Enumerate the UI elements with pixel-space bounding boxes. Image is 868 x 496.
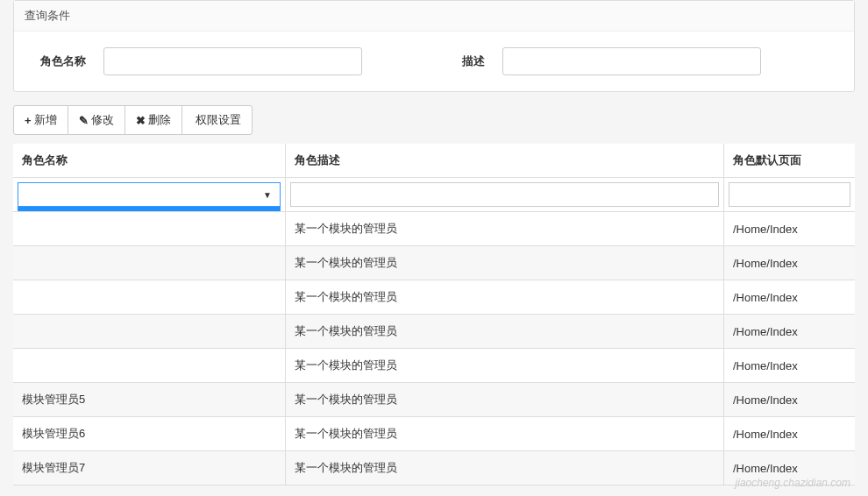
cell-role-name [13,280,285,315]
cell-default-page: /Home/Index [723,212,855,246]
watermark-text: jiaocheng.chazidian.com [736,477,850,485]
cell-role-desc: 某一个模块的管理员 [285,246,723,280]
table-row[interactable]: 模块管理员5某一个模块的管理员/Home/Index [13,383,855,417]
cell-default-page: /Home/Index [723,417,855,451]
table-row[interactable]: 某一个模块的管理员/Home/Index [13,315,855,349]
cell-default-page: /Home/Index [723,349,855,383]
cell-role-name [13,315,285,349]
table-row[interactable]: 模块管理员7某一个模块的管理员/Home/Index [13,451,855,485]
plus-icon: + [25,114,32,127]
cell-role-name: 模块管理员7 [13,451,285,485]
cell-role-name: 模块管理员5 [13,383,285,417]
table-row[interactable]: 某一个模块的管理员/Home/Index [13,212,855,246]
dropdown-item-blank[interactable] [18,207,280,212]
header-role-desc[interactable]: 角色描述 [285,144,723,178]
table-row[interactable]: 某一个模块的管理员/Home/Index [13,246,855,280]
cell-role-desc: 某一个模块的管理员 [285,349,723,383]
delete-button[interactable]: ✖ 删除 [125,105,182,135]
header-default-page[interactable]: 角色默认页面 [723,144,855,178]
query-panel-title: 查询条件 [14,1,854,32]
filter-name-dropdown[interactable]: ▼ 模块管理员0 模块管理员1 模块管理员2 模块管理员3 模块管理员4 模块管… [18,182,281,207]
desc-label: 描述 [450,53,485,69]
times-icon: ✖ [136,114,146,127]
cell-default-page: /Home/Index [723,280,855,315]
filter-name-select[interactable] [18,182,281,207]
role-name-input[interactable] [103,47,362,75]
table-row[interactable]: 某一个模块的管理员/Home/Index [13,280,855,315]
table-row[interactable]: 某一个模块的管理员/Home/Index [13,349,855,383]
cell-role-name: 模块管理员6 [13,417,285,451]
cell-role-desc: 某一个模块的管理员 [285,315,723,349]
cell-role-desc: 某一个模块的管理员 [285,212,723,246]
query-panel-body: 角色名称 描述 [14,32,854,91]
filter-page-input[interactable] [729,182,850,207]
cell-default-page: /Home/Index [723,383,855,417]
data-table-container: 角色名称 角色描述 角色默认页面 ▼ 模块管理员0 模块管理员1 模块管理员2 [13,144,855,485]
header-role-name[interactable]: 角色名称 [13,144,285,178]
data-table: 角色名称 角色描述 角色默认页面 ▼ 模块管理员0 模块管理员1 模块管理员2 [13,144,855,485]
toolbar: + 新增 ✎ 修改 ✖ 删除 权限设置 [13,105,868,135]
edit-button[interactable]: ✎ 修改 [68,105,125,135]
permission-button-label: 权限设置 [196,112,241,128]
cell-role-name [13,212,285,246]
cell-role-desc: 某一个模块的管理员 [285,280,723,315]
pencil-icon: ✎ [79,114,89,127]
filter-name-dropdown-list: 模块管理员0 模块管理员1 模块管理员2 模块管理员3 模块管理员4 模块管理员… [18,207,281,212]
cell-default-page: /Home/Index [723,246,855,280]
filter-desc-input[interactable] [290,182,719,207]
table-row[interactable]: 模块管理员6某一个模块的管理员/Home/Index [13,417,855,451]
cell-role-desc: 某一个模块的管理员 [285,383,723,417]
permission-button[interactable]: 权限设置 [181,105,253,135]
role-name-label: 角色名称 [33,53,86,69]
cell-role-name [13,349,285,383]
edit-button-label: 修改 [91,112,114,128]
cell-default-page: /Home/Index [723,315,855,349]
desc-input[interactable] [502,47,761,75]
table-filter-row: ▼ 模块管理员0 模块管理员1 模块管理员2 模块管理员3 模块管理员4 模块管… [13,178,855,212]
cell-role-name [13,246,285,280]
cell-role-desc: 某一个模块的管理员 [285,417,723,451]
query-panel: 查询条件 角色名称 描述 [13,0,855,92]
add-button[interactable]: + 新增 [13,105,68,135]
cell-role-desc: 某一个模块的管理员 [285,451,723,485]
table-header-row: 角色名称 角色描述 角色默认页面 [13,144,855,178]
delete-button-label: 删除 [148,112,171,128]
add-button-label: 新增 [34,112,57,128]
